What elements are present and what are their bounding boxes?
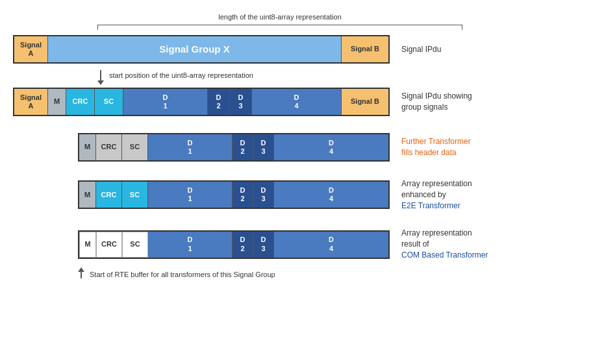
cell-signal-a: SignalA: [14, 36, 48, 62]
row-signal-ipdu-group: SignalA M CRC SC D1 D2 D3 D4 Signal B Si…: [13, 88, 591, 116]
row3-block: M CRC SC D1 D2 D3 D4: [78, 133, 390, 162]
cell-signal-a2: SignalA: [14, 89, 48, 115]
arrow-bottom-label: Start of RTE buffer for all transformers…: [90, 271, 275, 278]
cell-d3-5: D3: [253, 232, 274, 258]
cell-sc5: SC: [122, 232, 148, 258]
arrow-v-line-bottom: [81, 272, 82, 278]
cell-sc2: SC: [95, 89, 123, 115]
cell-d2-3: D2: [233, 134, 253, 160]
cell-d2-5: D2: [233, 232, 253, 258]
cell-m4: M: [79, 182, 96, 208]
cell-d1-3: D1: [148, 134, 233, 160]
cell-crc4: CRC: [96, 182, 122, 208]
cell-d3-3: D3: [253, 134, 274, 160]
arrow-start-label: start position of the uint8-array repres…: [109, 71, 253, 79]
arrow-head-up-bottom: [78, 267, 84, 272]
row-com-transformer: M CRC SC D1 D2 D3 D4 Array representatio…: [13, 228, 591, 260]
row4-block: M CRC SC D1 D2 D3 D4: [78, 180, 390, 209]
arrow-head-down1: [97, 80, 104, 85]
bracket-line-top: [97, 25, 462, 25]
cell-m3: M: [79, 134, 96, 160]
row5-block: M CRC SC D1 D2 D3 D4: [78, 230, 390, 259]
arrow-v-line1: [100, 70, 101, 80]
cell-d2-2: D2: [208, 89, 230, 115]
cell-d1-4: D1: [148, 182, 233, 208]
cell-d4-3: D4: [274, 134, 388, 160]
cell-signal-b: Signal B: [342, 36, 388, 62]
bracket-label: length of the uint8-array representation: [218, 13, 342, 21]
cell-d4-4: D4: [274, 182, 388, 208]
row-signal-ipdu: SignalA Signal Group X Signal B Signal I…: [13, 35, 591, 64]
label-signal-ipdu: Signal IPdu: [401, 44, 505, 55]
cell-crc5: CRC: [96, 232, 122, 258]
label-signal-ipdu-group: Signal IPdu showinggroup signals: [401, 91, 505, 113]
cell-signal-b2: Signal B: [342, 89, 388, 115]
cell-d4-2: D4: [252, 89, 342, 115]
cell-signal-group-x: Signal Group X: [48, 36, 342, 62]
cell-d3-4: D3: [253, 182, 274, 208]
row-further-transformer: M CRC SC D1 D2 D3 D4 Further Transformer…: [13, 133, 591, 162]
bracket-left-tick: [97, 25, 98, 30]
row-e2e-transformer: M CRC SC D1 D2 D3 D4 Array representatio…: [13, 178, 591, 211]
row1-block: SignalA Signal Group X Signal B: [13, 35, 390, 64]
cell-d1-2: D1: [123, 89, 208, 115]
row2-block: SignalA M CRC SC D1 D2 D3 D4 Signal B: [13, 88, 390, 116]
cell-d4-5: D4: [274, 232, 388, 258]
cell-d3-2: D3: [230, 89, 252, 115]
cell-sc3: SC: [122, 134, 148, 160]
bracket-right-tick: [462, 25, 462, 30]
cell-crc2: CRC: [66, 89, 95, 115]
cell-d2-4: D2: [233, 182, 253, 208]
cell-crc3: CRC: [96, 134, 122, 160]
cell-sc4: SC: [122, 182, 148, 208]
label-further-transformer: Further Transformerfills header data: [401, 136, 505, 158]
cell-d1-5: D1: [148, 232, 233, 258]
label-e2e-transformer: Array representationenhanced byE2E Trans…: [401, 178, 505, 211]
diagram-container: length of the uint8-array representation…: [0, 0, 604, 291]
cell-m2: M: [48, 89, 66, 115]
label-com-transformer: Array representationresult ofCOM Based T…: [401, 228, 505, 260]
cell-m5: M: [79, 232, 96, 258]
